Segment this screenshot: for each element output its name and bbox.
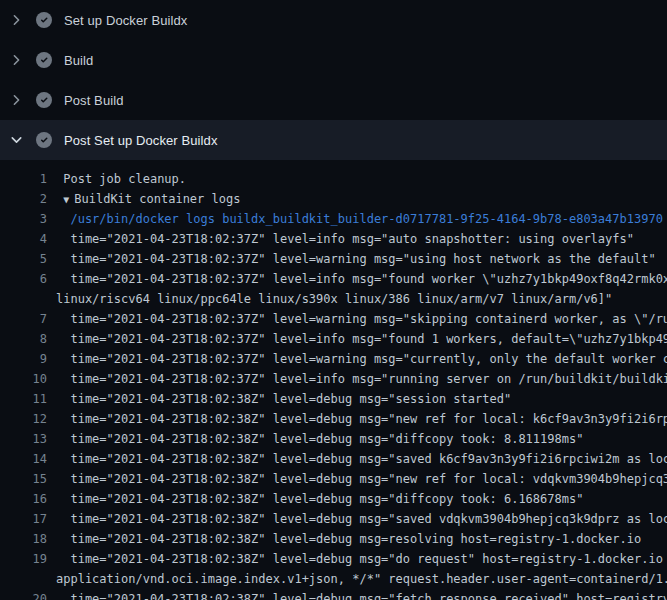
log-line-text: time="2021-04-23T18:02:38Z" level=debug … [56, 449, 667, 469]
log-line-text: time="2021-04-23T18:02:37Z" level=warnin… [56, 309, 667, 329]
log-line-text: time="2021-04-23T18:02:37Z" level=warnin… [56, 349, 667, 369]
log-line: 18 time="2021-04-23T18:02:38Z" level=deb… [0, 529, 667, 549]
log-line-number[interactable]: 1 [0, 169, 47, 189]
log-line-number[interactable]: 14 [0, 449, 47, 469]
step-row-set-up-docker-buildx[interactable]: Set up Docker Buildx [0, 0, 667, 40]
step-row-build[interactable]: Build [0, 40, 667, 80]
log-line-number[interactable]: 5 [0, 249, 47, 269]
log-line-number[interactable]: 7 [0, 309, 47, 329]
check-circle-icon [36, 92, 52, 108]
chevron-right-icon [9, 52, 24, 68]
log-line-number[interactable]: 16 [0, 489, 47, 509]
log-line-number[interactable]: 6 [0, 269, 47, 289]
log-line-number[interactable]: 17 [0, 509, 47, 529]
log-line: 10 time="2021-04-23T18:02:37Z" level=inf… [0, 369, 667, 389]
log-line: 14 time="2021-04-23T18:02:38Z" level=deb… [0, 449, 667, 469]
log-line-text: /usr/bin/docker logs buildx_buildkit_bui… [56, 209, 663, 229]
log-line-text: application/vnd.oci.image.index.v1+json,… [56, 569, 667, 589]
check-circle-icon [36, 52, 52, 68]
step-row-post-set-up-docker-buildx[interactable]: Post Set up Docker Buildx [0, 120, 667, 160]
step-row-post-build[interactable]: Post Build [0, 80, 667, 120]
log-line-number[interactable]: 9 [0, 349, 47, 369]
log-line: 7 time="2021-04-23T18:02:37Z" level=warn… [0, 309, 667, 329]
log-line: 12 time="2021-04-23T18:02:38Z" level=deb… [0, 409, 667, 429]
log-line: 19 time="2021-04-23T18:02:38Z" level=deb… [0, 549, 667, 569]
log-line-text: time="2021-04-23T18:02:38Z" level=debug … [56, 509, 667, 529]
log-line-text: time="2021-04-23T18:02:38Z" level=debug … [56, 429, 583, 449]
step-label: Post Build [64, 93, 124, 108]
log-line-number[interactable]: 20 [0, 589, 47, 600]
log-line: 16 time="2021-04-23T18:02:38Z" level=deb… [0, 489, 667, 509]
log-line-text: time="2021-04-23T18:02:37Z" level=info m… [56, 269, 667, 289]
log-line: 8 time="2021-04-23T18:02:37Z" level=info… [0, 329, 667, 349]
log-line: 15 time="2021-04-23T18:02:38Z" level=deb… [0, 469, 667, 489]
log-line-text: linux/riscv64 linux/ppc64le linux/s390x … [56, 289, 612, 309]
step-label: Post Set up Docker Buildx [64, 133, 218, 148]
log-line-text: ▼BuildKit container logs [56, 189, 240, 209]
check-circle-icon [36, 132, 52, 148]
log-line: 3 /usr/bin/docker logs buildx_buildkit_b… [0, 209, 667, 229]
log-line: 9 time="2021-04-23T18:02:37Z" level=warn… [0, 349, 667, 369]
log-line: 1 Post job cleanup. [0, 169, 667, 189]
check-circle-icon [36, 12, 52, 28]
log-line: 17 time="2021-04-23T18:02:38Z" level=deb… [0, 509, 667, 529]
log-line: 5 time="2021-04-23T18:02:37Z" level=warn… [0, 249, 667, 269]
log-line-text: time="2021-04-23T18:02:37Z" level=warnin… [56, 249, 656, 269]
log-line-text: time="2021-04-23T18:02:37Z" level=info m… [56, 329, 667, 349]
log-group-toggle-row[interactable]: 2 ▼BuildKit container logs [0, 189, 667, 209]
log-line-number[interactable]: 8 [0, 329, 47, 349]
log-line: 13 time="2021-04-23T18:02:38Z" level=deb… [0, 429, 667, 449]
log-line-continuation: application/vnd.oci.image.index.v1+json,… [0, 569, 667, 589]
log-line-number[interactable]: 2 [0, 189, 47, 209]
log-line-text: Post job cleanup. [56, 169, 186, 189]
chevron-right-icon [9, 12, 24, 28]
log-line-text: time="2021-04-23T18:02:38Z" level=debug … [56, 409, 667, 429]
log-line: 4 time="2021-04-23T18:02:37Z" level=info… [0, 229, 667, 249]
log-line: 11 time="2021-04-23T18:02:38Z" level=deb… [0, 389, 667, 409]
log-line-number[interactable]: 10 [0, 369, 47, 389]
workflow-log-panel: Set up Docker Buildx Build Post Build Po… [0, 0, 667, 600]
log-line-text: time="2021-04-23T18:02:38Z" level=debug … [56, 549, 667, 569]
log-line-number[interactable]: 11 [0, 389, 47, 409]
log-line: 20 time="2021-04-23T18:02:38Z" level=deb… [0, 589, 667, 600]
log-line-text: time="2021-04-23T18:02:38Z" level=debug … [56, 529, 641, 549]
step-label: Set up Docker Buildx [64, 13, 187, 28]
log-line-text: time="2021-04-23T18:02:37Z" level=info m… [56, 369, 667, 389]
log-line-number[interactable]: 12 [0, 409, 47, 429]
log-group-label: BuildKit container logs [74, 192, 240, 206]
log-area: 1 Post job cleanup. 2 ▼BuildKit containe… [0, 160, 667, 600]
log-line-number[interactable]: 13 [0, 429, 47, 449]
log-line-text: time="2021-04-23T18:02:38Z" level=debug … [56, 589, 667, 600]
step-label: Build [64, 53, 93, 68]
log-line-number[interactable]: 18 [0, 529, 47, 549]
log-line-text: time="2021-04-23T18:02:38Z" level=debug … [56, 489, 583, 509]
triangle-down-icon: ▼ [63, 190, 69, 209]
log-line-text: time="2021-04-23T18:02:37Z" level=info m… [56, 229, 634, 249]
log-line-number[interactable]: 15 [0, 469, 47, 489]
log-line-number[interactable]: 19 [0, 549, 47, 569]
log-line-text: time="2021-04-23T18:02:38Z" level=debug … [56, 389, 511, 409]
log-line-continuation: linux/riscv64 linux/ppc64le linux/s390x … [0, 289, 667, 309]
log-line-number[interactable]: 3 [0, 209, 47, 229]
steps-list: Set up Docker Buildx Build Post Build Po… [0, 0, 667, 160]
log-line-text: time="2021-04-23T18:02:38Z" level=debug … [56, 469, 667, 489]
chevron-down-icon [9, 132, 24, 148]
log-line: 6 time="2021-04-23T18:02:37Z" level=info… [0, 269, 667, 289]
log-line-number[interactable]: 4 [0, 229, 47, 249]
chevron-right-icon [9, 92, 24, 108]
